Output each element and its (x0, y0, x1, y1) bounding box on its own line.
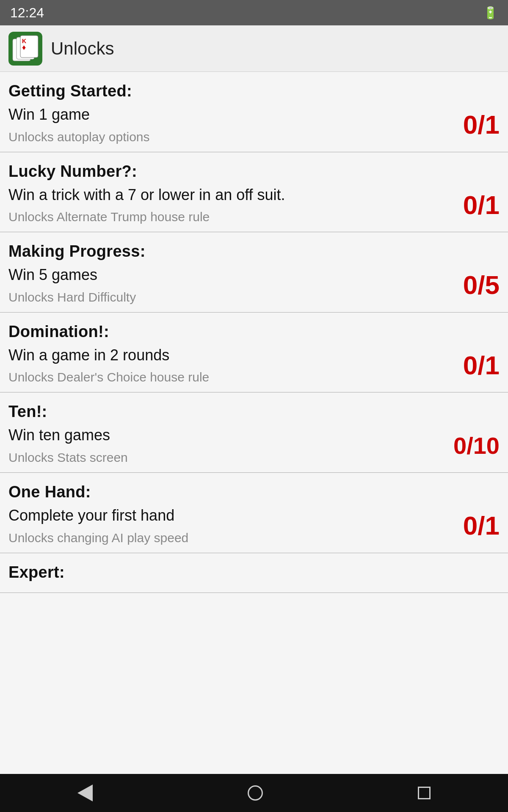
achievement-task-making-progress: Win 5 games (8, 265, 432, 285)
achievement-body-ten: Win ten gamesUnlocks Stats screen0/10 (8, 425, 500, 466)
app-bar: K ♦ Unlocks (0, 25, 508, 72)
achievement-progress-domination: 0/1 (440, 350, 500, 380)
achievement-left-lucky-number: Win a trick with a 7 or lower in an off … (8, 185, 432, 225)
achievement-task-lucky-number: Win a trick with a 7 or lower in an off … (8, 185, 432, 206)
achievement-unlock-domination: Unlocks Dealer's Choice house rule (8, 369, 432, 385)
achievement-unlock-making-progress: Unlocks Hard Difficulty (8, 289, 432, 305)
achievement-task-one-hand: Complete your first hand (8, 505, 432, 526)
achievement-progress-lucky-number: 0/1 (440, 190, 500, 220)
achievement-task-domination: Win a game in 2 rounds (8, 345, 432, 366)
achievement-unlock-lucky-number: Unlocks Alternate Trump house rule (8, 208, 432, 225)
achievement-body-getting-started: Win 1 gameUnlocks autoplay options0/1 (8, 104, 500, 145)
achievement-item-getting-started: Getting Started:Win 1 gameUnlocks autopl… (0, 72, 508, 152)
achievement-left-ten: Win ten gamesUnlocks Stats screen (8, 425, 432, 466)
achievement-header-domination: Domination!: (8, 323, 500, 341)
achievement-item-expert: Expert: (0, 553, 508, 593)
achievement-body-lucky-number: Win a trick with a 7 or lower in an off … (8, 185, 500, 225)
achievement-progress-one-hand: 0/1 (440, 510, 500, 540)
achievement-left-making-progress: Win 5 gamesUnlocks Hard Difficulty (8, 265, 432, 305)
achievement-item-domination: Domination!:Win a game in 2 roundsUnlock… (0, 313, 508, 393)
achievement-unlock-one-hand: Unlocks changing AI play speed (8, 529, 432, 546)
bottom-nav (0, 774, 508, 812)
back-button[interactable] (69, 780, 101, 806)
svg-text:♦: ♦ (22, 43, 26, 52)
home-button[interactable] (239, 781, 271, 805)
battery-icon: 🔋 (483, 6, 498, 20)
achievement-body-one-hand: Complete your first handUnlocks changing… (8, 505, 500, 546)
achievement-unlock-getting-started: Unlocks autoplay options (8, 129, 432, 145)
achievement-header-lucky-number: Lucky Number?: (8, 162, 500, 181)
status-time: 12:24 (10, 5, 44, 21)
achievement-left-getting-started: Win 1 gameUnlocks autoplay options (8, 104, 432, 145)
recents-button[interactable] (409, 782, 439, 804)
app-title: Unlocks (51, 38, 114, 59)
achievement-left-domination: Win a game in 2 roundsUnlocks Dealer's C… (8, 345, 432, 386)
achievement-item-one-hand: One Hand:Complete your first handUnlocks… (0, 473, 508, 553)
achievement-header-one-hand: One Hand: (8, 483, 500, 501)
achievement-task-ten: Win ten games (8, 425, 432, 446)
achievements-list: Getting Started:Win 1 gameUnlocks autopl… (0, 72, 508, 774)
achievement-task-getting-started: Win 1 game (8, 104, 432, 125)
achievement-item-making-progress: Making Progress:Win 5 gamesUnlocks Hard … (0, 232, 508, 313)
achievement-unlock-ten: Unlocks Stats screen (8, 449, 432, 466)
achievement-progress-making-progress: 0/5 (440, 270, 500, 300)
achievement-progress-ten: 0/10 (440, 432, 500, 459)
achievement-body-domination: Win a game in 2 roundsUnlocks Dealer's C… (8, 345, 500, 386)
achievement-progress-getting-started: 0/1 (440, 110, 500, 140)
achievement-item-lucky-number: Lucky Number?:Win a trick with a 7 or lo… (0, 152, 508, 233)
achievement-item-ten: Ten!:Win ten gamesUnlocks Stats screen0/… (0, 392, 508, 473)
achievement-header-expert: Expert: (8, 563, 500, 582)
achievement-body-making-progress: Win 5 gamesUnlocks Hard Difficulty0/5 (8, 265, 500, 305)
achievement-left-one-hand: Complete your first handUnlocks changing… (8, 505, 432, 546)
achievement-header-getting-started: Getting Started: (8, 82, 500, 100)
achievement-header-making-progress: Making Progress: (8, 242, 500, 261)
achievement-header-ten: Ten!: (8, 403, 500, 421)
app-icon: K ♦ (8, 32, 42, 66)
status-bar: 12:24 🔋 (0, 0, 508, 25)
